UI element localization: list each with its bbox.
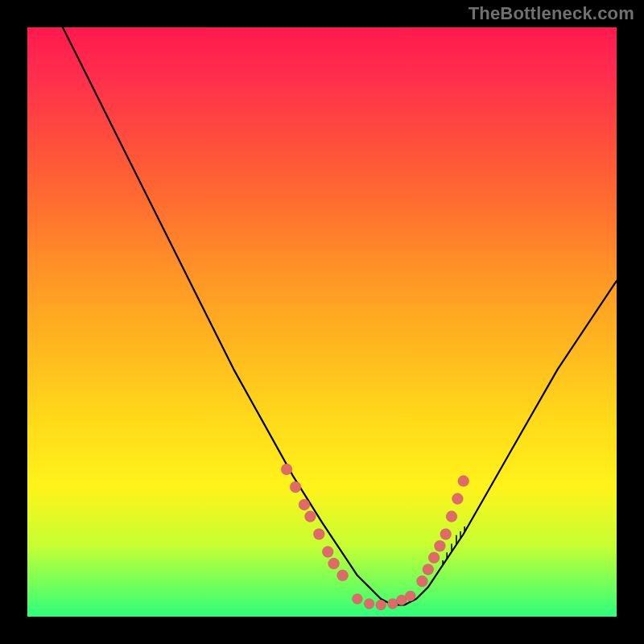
marker-cluster-bottom xyxy=(352,591,415,610)
data-marker xyxy=(434,540,445,551)
data-marker xyxy=(299,499,310,510)
data-marker xyxy=(440,529,452,540)
data-marker xyxy=(352,594,362,605)
data-marker xyxy=(458,476,469,487)
watermark-text: TheBottleneck.com xyxy=(469,3,634,24)
data-marker xyxy=(446,511,457,522)
data-marker xyxy=(452,493,463,505)
data-marker xyxy=(290,481,301,493)
bottleneck-curve xyxy=(63,27,617,605)
data-marker xyxy=(337,570,349,581)
data-marker xyxy=(364,598,374,609)
data-marker xyxy=(416,576,427,587)
marker-cluster-right xyxy=(416,476,469,588)
chart-stage: TheBottleneck.com xyxy=(0,0,644,644)
plot-svg xyxy=(27,27,617,617)
data-marker xyxy=(405,591,415,601)
data-marker xyxy=(376,600,386,610)
marker-cluster-left xyxy=(281,464,349,581)
data-marker xyxy=(313,529,324,540)
plot-area xyxy=(27,27,617,617)
data-marker xyxy=(328,558,340,569)
data-marker xyxy=(423,564,434,575)
data-marker xyxy=(322,547,333,558)
data-marker xyxy=(304,511,316,522)
data-marker xyxy=(428,552,440,564)
data-marker xyxy=(281,464,292,475)
